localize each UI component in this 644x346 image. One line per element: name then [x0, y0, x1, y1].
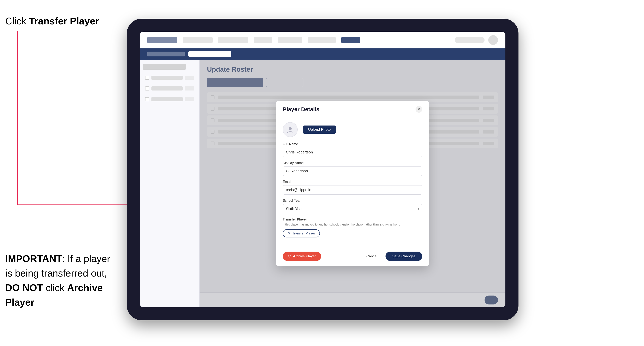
full-name-label: Full Name [283, 142, 422, 146]
sub-nav [140, 48, 506, 60]
modal-close-button[interactable]: × [416, 106, 422, 113]
content-area: Update Roster [140, 60, 506, 307]
sidebar-item-1[interactable] [143, 73, 196, 82]
email-label: Email [283, 180, 422, 184]
school-year-group: School Year First Year Second Year Third… [283, 199, 422, 213]
transfer-section-description: If this player has moved to another scho… [283, 222, 422, 227]
tablet-screen: Update Roster [140, 32, 506, 307]
modal-title: Player Details [283, 106, 320, 113]
nav-right [455, 35, 498, 45]
upload-photo-button[interactable]: Upload Photo [303, 126, 336, 134]
sub-nav-enrolled[interactable] [188, 51, 231, 57]
nav-item-dashboard[interactable] [183, 37, 212, 43]
instruction-top: Click Transfer Player [5, 15, 99, 27]
modal-footer: ⬡ Archive Player Cancel Save Changes [276, 248, 429, 266]
svg-point-3 [289, 127, 292, 130]
school-year-select[interactable]: First Year Second Year Third Year Fourth… [283, 204, 422, 213]
modal-overlay: Player Details × [200, 60, 506, 307]
transfer-player-button[interactable]: ⟳ Transfer Player [283, 229, 320, 237]
school-year-select-wrapper: First Year Second Year Third Year Fourth… [283, 204, 422, 213]
school-year-label: School Year [283, 199, 422, 203]
photo-upload-row: Upload Photo [283, 122, 422, 137]
player-details-modal: Player Details × [276, 101, 429, 266]
instruction-top-bold: Transfer Player [29, 16, 99, 26]
full-name-group: Full Name [283, 142, 422, 157]
save-changes-button[interactable]: Save Changes [386, 252, 422, 261]
sidebar-item-2[interactable] [143, 84, 196, 93]
photo-circle [283, 122, 298, 137]
nav-item-add-player[interactable] [308, 37, 336, 43]
nav-item-schedule[interactable] [278, 37, 302, 43]
sub-nav-roster[interactable] [147, 52, 185, 56]
instruction-top-text: Click [5, 16, 29, 26]
transfer-section-label: Transfer Player [283, 217, 422, 221]
top-nav [140, 32, 506, 48]
instruction-bottom-text3: click [43, 282, 67, 293]
important-label: IMPORTANT [5, 253, 62, 264]
main-content: Update Roster [200, 60, 506, 307]
archive-icon: ⬡ [288, 254, 291, 258]
archive-player-button[interactable]: ⬡ Archive Player [283, 252, 321, 261]
email-input[interactable] [283, 185, 422, 195]
display-name-label: Display Name [283, 161, 422, 165]
nav-item-teams[interactable] [254, 37, 272, 43]
nav-item-extra-active[interactable] [341, 37, 360, 43]
do-not-label: DO NOT [5, 282, 43, 293]
nav-logo [147, 37, 177, 43]
cancel-button[interactable]: Cancel [361, 252, 382, 261]
nav-add-players-btn[interactable] [455, 37, 484, 43]
sidebar [140, 60, 200, 307]
instruction-bottom: IMPORTANT: If a player is being transfer… [5, 251, 117, 310]
transfer-player-section: Transfer Player If this player has moved… [283, 217, 422, 237]
modal-header: Player Details × [276, 101, 429, 117]
email-group: Email [283, 180, 422, 195]
nav-avatar [488, 35, 498, 45]
modal-body: Upload Photo Full Name Display Name [276, 117, 429, 248]
display-name-input[interactable] [283, 167, 422, 176]
display-name-group: Display Name [283, 161, 422, 176]
archive-btn-label: Archive Player [293, 254, 316, 258]
nav-item-tournaments[interactable] [218, 37, 248, 43]
full-name-input[interactable] [283, 148, 422, 157]
transfer-btn-label: Transfer Player [292, 231, 315, 235]
sidebar-item-3[interactable] [143, 95, 196, 104]
transfer-icon: ⟳ [288, 231, 290, 235]
tablet-device: Update Roster [127, 19, 518, 320]
